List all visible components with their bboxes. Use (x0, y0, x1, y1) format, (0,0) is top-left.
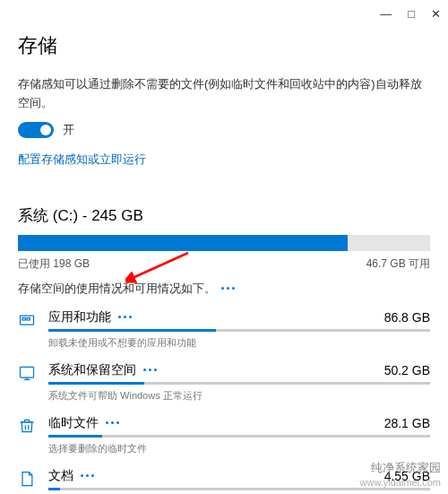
configure-storage-sense-link[interactable]: 配置存储感知或立即运行 (18, 152, 146, 168)
category-bar (48, 329, 430, 332)
svg-rect-1 (22, 317, 25, 320)
category-name: 系统和保留空间 (48, 362, 157, 378)
close-button[interactable]: ✕ (431, 7, 441, 21)
category-bar-fill (48, 382, 144, 385)
category-size: 50.2 GB (384, 363, 430, 377)
category-bar (48, 435, 430, 438)
loading-icon (118, 316, 132, 318)
category-subtext: 选择要删除的临时文件 (48, 442, 430, 455)
category-name: 应用和功能 (48, 309, 132, 325)
svg-rect-3 (21, 367, 34, 377)
minimize-button[interactable]: — (380, 7, 392, 21)
storage-usage-fill (18, 235, 348, 251)
category-bar-fill (48, 435, 102, 438)
loading-icon (221, 287, 235, 290)
category-bar-fill (48, 329, 216, 332)
maximize-button[interactable]: □ (408, 7, 415, 21)
category-row[interactable]: 应用和功能 86.8 GB 卸载未使用或不想要的应用和功能 (18, 309, 430, 350)
watermark: 纯净系统家园 www.yidaimei.com (360, 461, 441, 489)
storage-usage-bar (18, 235, 430, 251)
apps-icon (18, 311, 36, 329)
drive-title: 系统 (C:) - 245 GB (18, 205, 430, 226)
trash-icon (18, 417, 36, 435)
toggle-state-label: 开 (63, 122, 74, 138)
category-size: 28.1 GB (384, 416, 430, 430)
category-name: 临时文件 (48, 415, 119, 431)
usage-description: 存储空间的使用情况和可用情况如下。 (18, 281, 430, 297)
free-space-label: 46.7 GB 可用 (366, 256, 430, 272)
loading-icon (106, 421, 119, 424)
svg-rect-2 (27, 317, 30, 320)
category-bar (48, 382, 430, 385)
category-subtext: 卸载未使用或不想要的应用和功能 (48, 336, 430, 350)
page-title: 存储 (18, 32, 430, 59)
category-row[interactable]: 系统和保留空间 50.2 GB 系统文件可帮助 Windows 正常运行 (18, 362, 430, 403)
storage-sense-toggle[interactable] (18, 122, 54, 138)
category-row[interactable]: 临时文件 28.1 GB 选择要删除的临时文件 (18, 415, 430, 455)
system-icon (18, 364, 36, 382)
used-space-label: 已使用 198 GB (18, 256, 90, 272)
loading-icon (143, 368, 157, 371)
storage-sense-description: 存储感知可以通过删除不需要的文件(例如临时文件和回收站中的内容)自动释放空间。 (18, 75, 430, 113)
category-bar-fill (48, 488, 60, 490)
document-icon (18, 470, 36, 488)
category-subtext: 系统文件可帮助 Windows 正常运行 (48, 389, 430, 403)
category-size: 86.8 GB (384, 310, 430, 325)
loading-icon (81, 474, 94, 477)
category-name: 文档 (48, 468, 94, 484)
